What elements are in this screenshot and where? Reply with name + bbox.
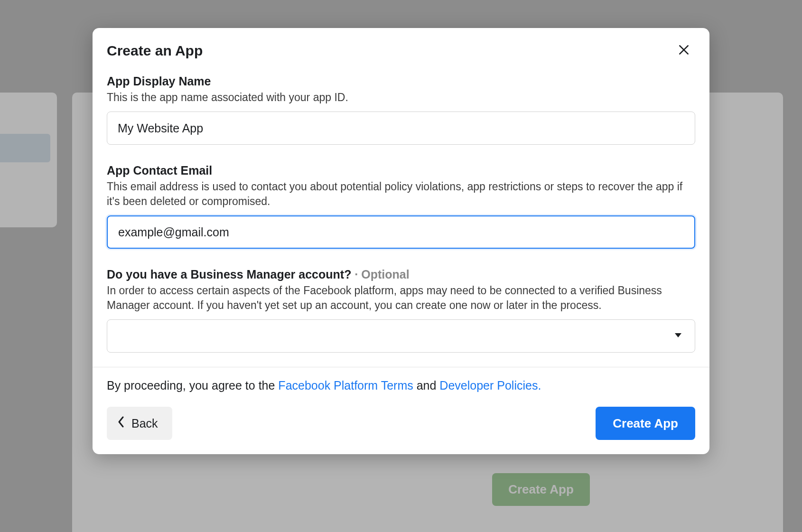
modal-header: Create an App bbox=[93, 28, 709, 66]
platform-terms-link[interactable]: Facebook Platform Terms bbox=[278, 379, 413, 392]
field-group-contact-email: App Contact Email This email address is … bbox=[107, 164, 695, 249]
developer-policies-link[interactable]: Developer Policies. bbox=[439, 379, 541, 392]
agreement-text: By proceeding, you agree to the Facebook… bbox=[107, 379, 695, 392]
field-group-display-name: App Display Name This is the app name as… bbox=[107, 75, 695, 145]
close-icon bbox=[678, 44, 690, 58]
display-name-label: App Display Name bbox=[107, 75, 695, 88]
modal-title: Create an App bbox=[107, 43, 203, 59]
back-button[interactable]: Back bbox=[107, 407, 172, 440]
create-app-modal: Create an App App Display Name This is t… bbox=[93, 28, 709, 454]
create-app-button[interactable]: Create App bbox=[596, 407, 695, 440]
back-button-label: Back bbox=[131, 417, 158, 430]
business-manager-description: In order to access certain aspects of th… bbox=[107, 283, 695, 313]
contact-email-description: This email address is used to contact yo… bbox=[107, 179, 695, 209]
chevron-left-icon bbox=[117, 416, 125, 431]
agree-middle: and bbox=[413, 379, 440, 392]
business-manager-label-row: Do you have a Business Manager account? … bbox=[107, 268, 695, 281]
footer-buttons: Back Create App bbox=[107, 407, 695, 440]
business-manager-select[interactable] bbox=[107, 319, 695, 353]
display-name-description: This is the app name associated with you… bbox=[107, 90, 695, 105]
display-name-input[interactable] bbox=[107, 112, 695, 145]
modal-footer: By proceeding, you agree to the Facebook… bbox=[93, 367, 709, 454]
contact-email-input[interactable] bbox=[107, 215, 695, 249]
close-button[interactable] bbox=[674, 41, 693, 60]
field-group-business-manager: Do you have a Business Manager account? … bbox=[107, 268, 695, 353]
contact-email-label: App Contact Email bbox=[107, 164, 695, 177]
create-app-button-label: Create App bbox=[613, 416, 678, 430]
modal-body: App Display Name This is the app name as… bbox=[93, 66, 709, 367]
business-manager-select-wrap bbox=[107, 319, 695, 353]
business-manager-optional-tag: · Optional bbox=[351, 268, 409, 281]
agree-prefix: By proceeding, you agree to the bbox=[107, 379, 278, 392]
business-manager-label: Do you have a Business Manager account? bbox=[107, 268, 351, 281]
